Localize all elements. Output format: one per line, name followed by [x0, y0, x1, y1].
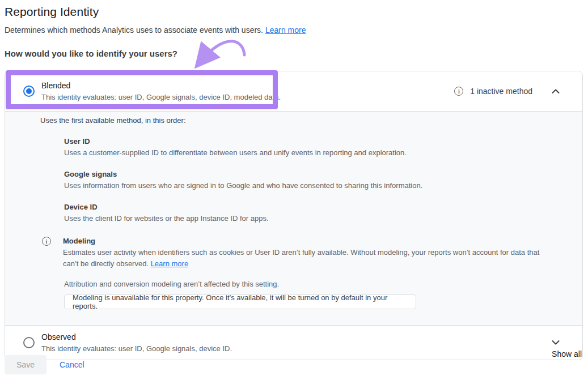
method-user-id: User ID Uses a customer-supplied ID to d… [64, 136, 560, 159]
inactive-method-count: 1 inactive method [470, 87, 532, 96]
info-icon[interactable]: i [454, 87, 463, 96]
observed-radio[interactable] [23, 337, 35, 348]
observed-label: Observed [41, 331, 232, 343]
page-subtitle: Determines which methods Analytics uses … [5, 25, 306, 35]
observed-row-right [552, 340, 560, 345]
blended-option-row[interactable]: Blended This identity evaluates: user ID… [5, 71, 582, 111]
blended-description: This identity evaluates: user ID, Google… [41, 92, 281, 103]
expanded-intro: Uses the first available method, in this… [40, 116, 560, 126]
chevron-down-icon[interactable] [552, 340, 560, 345]
save-button[interactable]: Save [5, 355, 46, 374]
method-name: Device ID [64, 202, 560, 213]
reporting-identity-page: Reporting Identity Determines which meth… [0, 0, 588, 380]
modeling-section: i Modeling Estimates user activity when … [40, 236, 560, 270]
method-description: Uses a customer-supplied ID to different… [64, 147, 552, 159]
modeling-description-text: Estimates user activity when identifiers… [63, 248, 539, 268]
cancel-button[interactable]: Cancel [60, 360, 84, 369]
modeling-title: Modeling [63, 236, 551, 247]
blended-row-right: i 1 inactive method [454, 87, 560, 96]
question-heading: How would you like to identify your user… [5, 49, 177, 58]
chevron-up-icon[interactable] [552, 88, 560, 94]
method-google-signals: Google signals Uses information from use… [64, 169, 560, 191]
method-name: User ID [64, 136, 560, 147]
info-icon[interactable]: i [42, 237, 51, 246]
learn-more-link[interactable]: Learn more [265, 25, 306, 35]
modeling-unavailable-text: Modeling is unavailable for this propert… [73, 293, 408, 310]
identity-options-card: Blended This identity evaluates: user ID… [5, 71, 583, 360]
page-subtitle-text: Determines which methods Analytics uses … [5, 25, 263, 35]
page-title: Reporting Identity [5, 5, 99, 19]
attribution-note: Attribution and conversion modeling aren… [64, 279, 560, 289]
blended-expanded-panel: Uses the first available method, in this… [5, 111, 582, 325]
method-name: Google signals [64, 169, 560, 180]
method-description: Uses information from users who are sign… [64, 180, 552, 191]
blended-radio[interactable] [23, 86, 35, 97]
modeling-learn-more-link[interactable]: Learn more [151, 259, 188, 268]
modeling-description: Estimates user activity when identifiers… [63, 247, 551, 270]
modeling-body: Modeling Estimates user activity when id… [63, 236, 551, 270]
blended-label: Blended [41, 80, 281, 91]
blended-option-text: Blended This identity evaluates: user ID… [41, 80, 281, 103]
method-device-id: Device ID Uses the client ID for website… [64, 202, 560, 224]
modeling-unavailable-notice: Modeling is unavailable for this propert… [64, 294, 416, 309]
observed-description: This identity evaluates: user ID, Google… [41, 344, 232, 354]
observed-option-text: Observed This identity evaluates: user I… [41, 331, 232, 354]
show-all-link[interactable]: Show all [552, 349, 582, 358]
observed-option-row[interactable]: Observed This identity evaluates: user I… [5, 325, 582, 360]
highlight-arrow-icon [187, 28, 261, 71]
method-description: Uses the client ID for websites or the a… [64, 213, 552, 224]
